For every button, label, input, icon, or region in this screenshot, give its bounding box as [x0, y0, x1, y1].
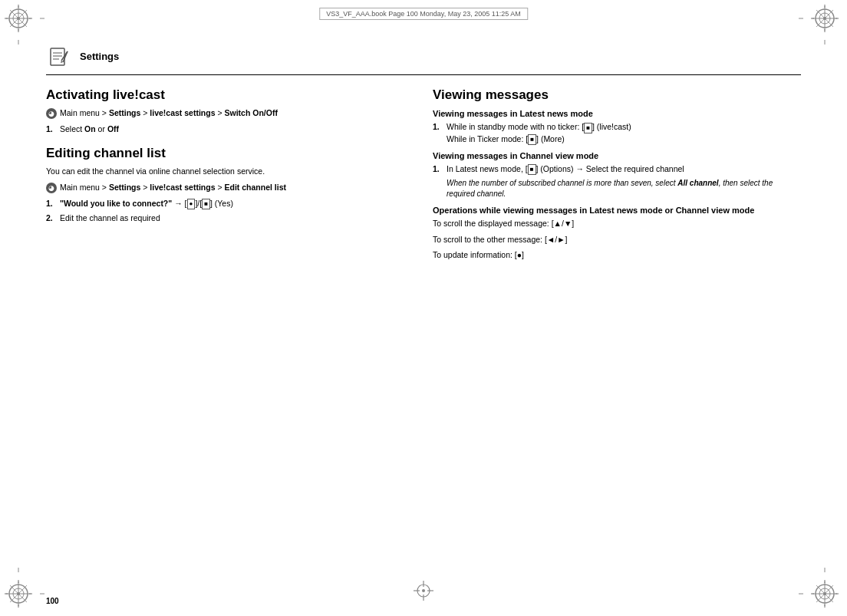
corner-decoration-tl [3, 3, 49, 49]
svg-point-64 [422, 589, 425, 592]
page-number: 100 [46, 597, 59, 605]
menu-path-activating: ◕ Main menu > Settings > live!cast setti… [46, 107, 414, 119]
ops-line-3: To update information: [●] [433, 249, 801, 261]
two-column-layout: Activating live!cast ◕ Main menu > Setti… [46, 87, 801, 265]
right-column: Viewing messages Viewing messages in Lat… [433, 87, 801, 265]
settings-title: Settings [80, 51, 119, 62]
corner-decoration-bl [3, 567, 49, 613]
svg-rect-52 [51, 48, 64, 65]
ops-line-2: To scroll to the other message: [◄/►] [433, 234, 801, 245]
heading-channel-view: Viewing messages in Channel view mode [433, 151, 801, 160]
corner-decoration-br [798, 567, 844, 613]
menu-icon-activating: ◕ [46, 108, 57, 119]
heading-latest-news: Viewing messages in Latest news mode [433, 109, 801, 118]
bottom-center-crosshair [412, 579, 435, 605]
left-column: Activating live!cast ◕ Main menu > Setti… [46, 87, 414, 265]
page-content: Settings Activating live!cast ◕ Main men… [46, 42, 801, 574]
corner-decoration-tr [798, 3, 844, 49]
editing-body: You can edit the channel via online chan… [46, 166, 414, 177]
svg-point-19 [823, 17, 826, 20]
menu-icon-editing: ◕ [46, 183, 57, 193]
steps-editing: 1. "Would you like to connect?" → [●]/[■… [46, 198, 414, 224]
settings-icon [46, 42, 74, 70]
topbar-text: VS3_VF_AAA.book Page 100 Monday, May 23,… [326, 10, 521, 18]
subsection-latest-news: Viewing messages in Latest news mode 1. … [433, 109, 801, 144]
heading-activating: Activating live!cast [46, 87, 414, 103]
section-activating: Activating live!cast ◕ Main menu > Setti… [46, 87, 414, 135]
heading-operations: Operations while viewing messages in Lat… [433, 206, 801, 215]
steps-latest-news: 1. While in standby mode with no ticker:… [433, 121, 801, 144]
section-editing: Editing channel list You can edit the ch… [46, 146, 414, 224]
subsection-operations: Operations while viewing messages in Lat… [433, 206, 801, 261]
heading-editing: Editing channel list [46, 146, 414, 161]
menu-path-text-activating: Main menu > Settings > live!cast setting… [60, 107, 278, 119]
heading-viewing: Viewing messages [433, 87, 801, 103]
steps-activating: 1. Select On or Off [46, 124, 414, 135]
step-activating-1: 1. Select On or Off [46, 124, 414, 135]
step-editing-1: 1. "Would you like to connect?" → [●]/[■… [46, 198, 414, 209]
svg-point-45 [823, 592, 826, 595]
menu-path-text-editing: Main menu > Settings > live!cast setting… [60, 182, 286, 193]
subsection-channel-view: Viewing messages in Channel view mode 1.… [433, 151, 801, 199]
channel-view-note: When the number of subscribed channel is… [447, 178, 801, 199]
step-channel-view-1: 1. In Latest news mode, [■] (Options) → … [433, 163, 801, 199]
step-editing-2: 2. Edit the channel as required [46, 212, 414, 224]
ops-line-1: To scroll the displayed message: [▲/▼] [433, 218, 801, 229]
menu-path-editing: ◕ Main menu > Settings > live!cast setti… [46, 182, 414, 193]
top-bar: VS3_VF_AAA.book Page 100 Monday, May 23,… [319, 8, 528, 20]
steps-channel-view: 1. In Latest news mode, [■] (Options) → … [433, 163, 801, 199]
step-latest-news-1: 1. While in standby mode with no ticker:… [433, 121, 801, 144]
svg-point-32 [17, 592, 20, 595]
svg-point-6 [17, 17, 20, 20]
settings-header: Settings [46, 42, 801, 75]
